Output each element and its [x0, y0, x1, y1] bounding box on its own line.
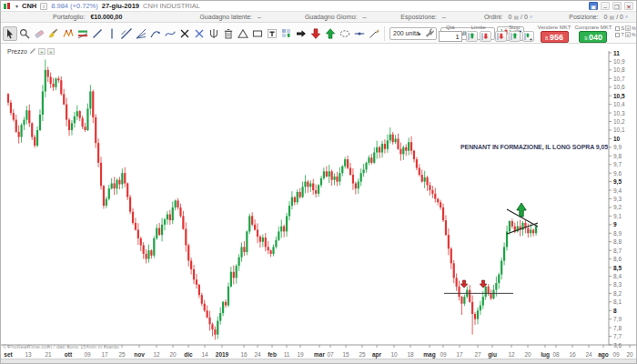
candle-body	[103, 186, 105, 206]
trash-icon[interactable]	[221, 26, 236, 41]
pane-add-icon[interactable]: +	[38, 48, 46, 55]
arrow-down-red-icon[interactable]	[308, 26, 323, 41]
text-icon[interactable]	[265, 26, 279, 41]
candle-body	[156, 228, 157, 238]
order-list-icon[interactable]: ▤	[513, 14, 519, 20]
up-arrow-marker[interactable]	[517, 203, 526, 217]
candle-body	[201, 295, 203, 303]
buy-limit-order-button[interactable]	[466, 31, 478, 42]
stop-checkbox[interactable]	[615, 26, 620, 31]
buy-stop-order-button[interactable]	[509, 31, 521, 42]
pencil-icon[interactable]	[29, 47, 36, 55]
candle-body	[272, 247, 274, 254]
y-tick-label: 10,2	[613, 118, 637, 125]
candle-body	[456, 278, 458, 286]
candle-body	[39, 115, 41, 130]
lasso-icon[interactable]	[338, 26, 352, 41]
cross-icon[interactable]	[177, 26, 192, 41]
sell-stop-order-button[interactable]	[495, 31, 507, 42]
candle-body	[222, 302, 224, 313]
stop-mode-box[interactable]: ▾	[625, 25, 631, 31]
candle-body	[445, 220, 447, 235]
candle-body	[124, 173, 126, 183]
candle-body	[413, 151, 415, 159]
hline-dot-icon[interactable]	[352, 26, 367, 41]
x-tick-label: 24	[585, 351, 592, 358]
curve-arrow-icon[interactable]	[148, 26, 163, 41]
candle-body	[243, 247, 245, 252]
pitchfork-icon[interactable]	[207, 26, 221, 41]
segment-line-icon[interactable]	[90, 26, 105, 41]
restore-icon[interactable]: ❐	[612, 2, 622, 10]
curve-icon[interactable]	[163, 26, 177, 41]
candle-body	[169, 214, 171, 220]
candle-body	[207, 310, 208, 318]
cursor-icon[interactable]	[3, 26, 17, 41]
buy-market-button[interactable]: 9.040	[579, 31, 607, 43]
pattern-zigzag-icon[interactable]	[61, 26, 76, 41]
candle-body	[198, 285, 200, 295]
chat-icon[interactable]: ▣	[589, 2, 598, 10]
minimize-icon[interactable]: –	[601, 2, 610, 10]
x-tick-label: 20	[524, 351, 531, 358]
candle-body	[440, 202, 441, 207]
info-icon[interactable]: i	[40, 3, 47, 10]
candle-body	[79, 111, 81, 118]
rectangle-icon[interactable]	[250, 26, 265, 41]
triangle-icon[interactable]	[236, 26, 250, 41]
candle-body	[167, 214, 168, 219]
down-arrow-marker[interactable]	[460, 280, 468, 288]
arrow-right-icon[interactable]	[294, 26, 308, 41]
cross-blue-icon[interactable]	[192, 26, 207, 41]
candle-body	[509, 221, 511, 231]
sell-limit-order-button[interactable]	[480, 31, 491, 42]
candle-body	[164, 219, 166, 225]
candle-body	[532, 229, 534, 233]
stop-plus-order-button[interactable]	[522, 31, 534, 42]
candle-body	[262, 238, 264, 242]
pane-options-icon[interactable]: +	[47, 48, 55, 55]
candle-body	[179, 207, 181, 216]
quantity-input[interactable]: 1	[439, 31, 462, 42]
pattern-bars-icon[interactable]	[76, 26, 90, 41]
candle-body	[355, 184, 357, 189]
fan-lines-icon[interactable]	[134, 26, 148, 41]
candle-body	[347, 159, 349, 167]
pencil-line-icon[interactable]	[367, 26, 381, 41]
buy-market-label: Comprare MKT	[574, 25, 612, 31]
sell-market-button[interactable]: 8.956	[541, 31, 569, 43]
buy-stop-icon	[510, 32, 519, 41]
eraser-icon[interactable]	[32, 26, 46, 41]
candle-body	[527, 228, 529, 234]
candle-body	[469, 290, 470, 302]
order-search-icon[interactable]: ⌕	[530, 14, 532, 20]
position-list-icon[interactable]: ▤	[609, 14, 614, 20]
zoom-icon[interactable]	[17, 26, 32, 41]
collapse-arrow-icon[interactable]: ▸	[419, 25, 421, 36]
candle-body	[301, 187, 303, 197]
chevron-down-icon[interactable]: ▾	[15, 3, 18, 9]
position-search-icon[interactable]: ⌕	[625, 14, 628, 20]
price-chart[interactable]: Prezzo + + PENNANT IN FORMAZIONE, IL LON…	[1, 44, 636, 363]
trailing-checkbox[interactable]	[615, 33, 620, 37]
x-tick-label: 11	[284, 351, 290, 358]
candle-body	[111, 184, 113, 189]
vertical-line-icon[interactable]	[105, 26, 119, 41]
pane-title: Prezzo	[7, 48, 27, 55]
extended-line-icon[interactable]	[119, 26, 134, 41]
sell-market-label: Vendere MKT	[538, 25, 571, 31]
candle-body	[97, 143, 99, 163]
close-icon[interactable]: ✕	[624, 2, 633, 10]
chart-pattern-icon[interactable]	[279, 26, 294, 41]
candle-body	[68, 120, 70, 130]
trade-settings-button[interactable]	[425, 25, 435, 39]
trailing-mode-box[interactable]: ▾	[625, 32, 631, 37]
candle-body	[365, 163, 367, 170]
candle-body	[349, 168, 351, 176]
arrow-up-green-icon[interactable]	[323, 26, 338, 41]
candlestick-plot[interactable]	[1, 44, 637, 359]
brush-icon[interactable]	[46, 26, 61, 41]
candle-body	[307, 182, 308, 187]
candle-body	[304, 182, 306, 187]
candle-body	[463, 297, 465, 304]
